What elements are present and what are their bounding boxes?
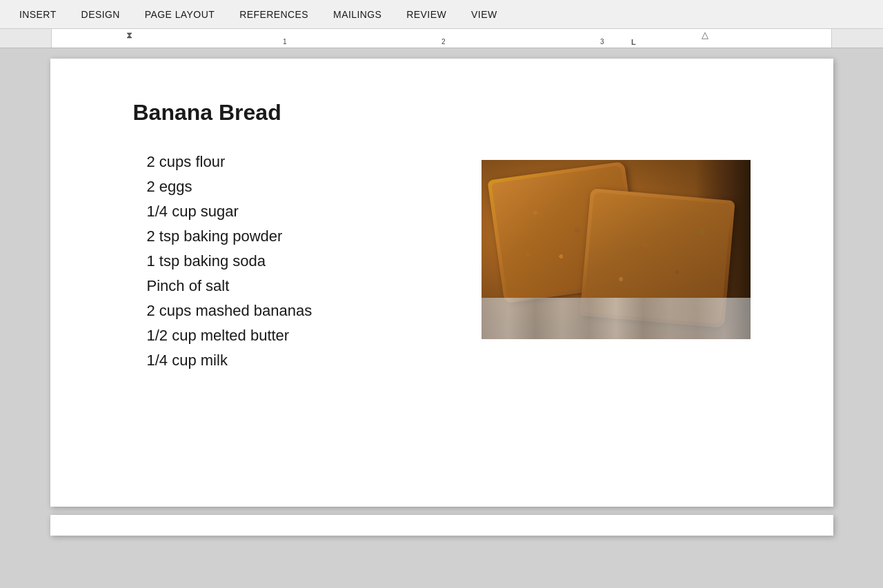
ruler-ticks: // Ticks will be drawn via JS below: [52, 29, 831, 48]
ingredient-8: 1/2 cup melted butter: [133, 327, 454, 345]
content-area: 2 cups flour 2 eggs 1/4 cup sugar 2 tsp …: [133, 153, 751, 376]
recipe-image-inner: [482, 160, 751, 339]
menu-design[interactable]: DESIGN: [69, 0, 132, 28]
ingredient-2: 2 eggs: [133, 178, 454, 196]
ingredient-4: 2 tsp baking powder: [133, 227, 454, 245]
ingredient-3: 1/4 cup sugar: [133, 203, 454, 221]
foil-bg: [482, 298, 751, 339]
menu-review[interactable]: REVIEW: [394, 0, 459, 28]
document-area: Banana Bread 2 cups flour 2 eggs 1/4 cup…: [0, 48, 883, 588]
ingredient-5: 1 tsp baking soda: [133, 252, 454, 270]
ingredient-6: Pinch of salt: [133, 277, 454, 295]
menu-bar: INSERT DESIGN PAGE LAYOUT REFERENCES MAI…: [0, 0, 883, 29]
ingredient-9: 1/4 cup milk: [133, 352, 454, 369]
menu-view[interactable]: VIEW: [459, 0, 509, 28]
second-page-partial: [50, 515, 833, 536]
ruler: ⧗ 1 2 3 L △ // Ticks will be drawn via J…: [0, 29, 883, 48]
recipe-title: Banana Bread: [133, 100, 751, 125]
menu-page-layout[interactable]: PAGE LAYOUT: [132, 0, 227, 28]
menu-mailings[interactable]: MAILINGS: [321, 0, 394, 28]
ingredient-1: 2 cups flour: [133, 153, 454, 171]
document-page: Banana Bread 2 cups flour 2 eggs 1/4 cup…: [50, 59, 833, 507]
recipe-image: [482, 160, 751, 339]
ingredient-7: 2 cups mashed bananas: [133, 302, 454, 320]
menu-references[interactable]: REFERENCES: [227, 0, 321, 28]
menu-insert[interactable]: INSERT: [7, 0, 69, 28]
ingredients-list: 2 cups flour 2 eggs 1/4 cup sugar 2 tsp …: [133, 153, 454, 376]
